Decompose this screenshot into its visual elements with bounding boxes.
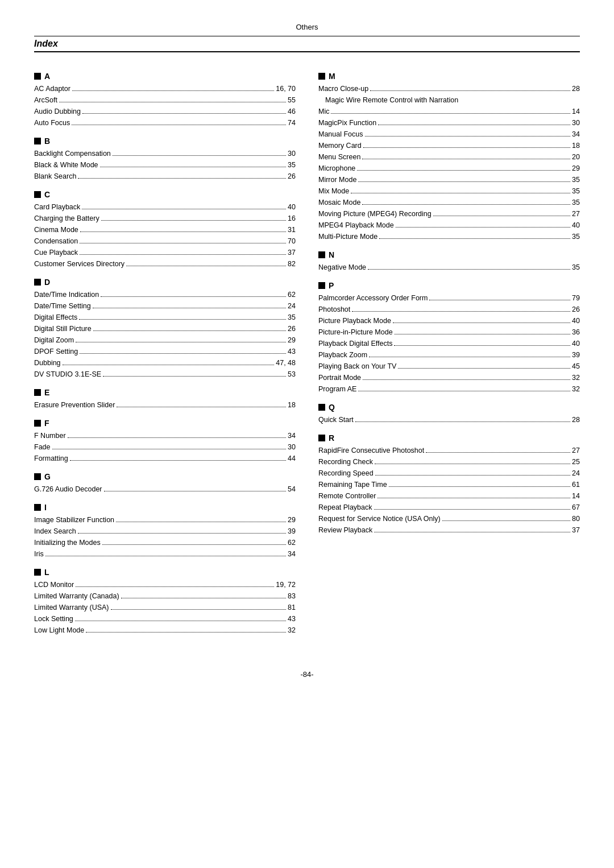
index-entry: Quick Start28 (318, 414, 580, 425)
index-entry: Charging the Battery16 (34, 213, 296, 224)
entry-page: 43 (288, 613, 296, 625)
entry-dots (79, 319, 286, 320)
entry-dots (68, 437, 287, 438)
entry-page: 79 (572, 292, 580, 304)
entry-name: MagicPix Function (318, 117, 376, 129)
entry-dots (369, 357, 570, 357)
entry-name: F Number (34, 430, 66, 441)
section-square-R (318, 435, 325, 441)
entry-name: Menu Screen (318, 151, 360, 163)
index-entry: Erasure Prevention Slider18 (34, 399, 296, 411)
entry-dots (93, 330, 286, 331)
section-square-L (34, 569, 41, 576)
entry-dots (72, 125, 286, 125)
index-entry: Low Light Mode32 (34, 625, 296, 636)
entry-page: 35 (572, 231, 580, 242)
entry-dots (362, 159, 570, 159)
entry-name: Backlight Compensation (34, 148, 111, 159)
entry-name: Magic Wire Remote Control with Narration (325, 94, 458, 106)
entry-page: 25 (572, 456, 580, 468)
entry-dots (59, 102, 286, 102)
entry-page: 18 (572, 140, 580, 151)
entry-dots (101, 296, 286, 297)
entry-name: Repeat Playback (318, 502, 372, 513)
section-letter-I: I (44, 503, 47, 512)
entry-page: 26 (288, 171, 296, 182)
entry-dots (116, 522, 286, 522)
entry-page: 31 (288, 224, 296, 235)
index-entry: Cue Playback37 (34, 247, 296, 258)
section-header-M: M (318, 72, 580, 81)
index-entry: Remote Controller14 (318, 490, 580, 502)
entry-name: Review Playback (318, 524, 372, 536)
entry-page: 28 (572, 414, 580, 425)
index-entry: Manual Focus34 (318, 129, 580, 140)
entry-dots (331, 113, 570, 114)
entry-dots (374, 509, 571, 510)
index-entry: Request for Service Notice (USA Only)80 (318, 513, 580, 524)
index-entry: Dubbing47, 48 (34, 357, 296, 369)
entry-page: 82 (288, 258, 296, 270)
entry-page: 29 (288, 514, 296, 526)
index-entry: Program AE32 (318, 383, 580, 395)
index-entry: Auto Focus74 (34, 117, 296, 129)
index-entry: RapidFire Consecutive Photoshot27 (318, 445, 580, 456)
entry-dots (100, 167, 287, 167)
section-square-G (34, 473, 41, 480)
entry-page: 35 (572, 185, 580, 197)
entry-name: Card Playback (34, 201, 80, 213)
entry-dots (52, 449, 287, 449)
entry-name: DPOF Setting (34, 346, 78, 357)
section-square-P (318, 282, 325, 289)
entry-dots (396, 227, 570, 228)
entry-page: 44 (288, 453, 296, 464)
index-entry: DPOF Setting43 (34, 346, 296, 357)
entry-page: 54 (288, 483, 296, 495)
entry-dots (80, 254, 286, 255)
entry-name: Request for Service Notice (USA Only) (318, 513, 441, 524)
index-entry: Digital Zoom29 (34, 334, 296, 346)
entry-page: 29 (572, 163, 580, 174)
entry-dots (370, 90, 570, 91)
index-entry: Limited Warranty (USA)81 (34, 602, 296, 613)
entry-dots (78, 178, 286, 179)
section-header-D: D (34, 278, 296, 287)
entry-page: 37 (572, 524, 580, 536)
entry-page: 24 (572, 468, 580, 479)
section-letter-M: M (329, 72, 335, 81)
entry-name: LCD Monitor (34, 579, 74, 590)
index-entry: Card Playback40 (34, 201, 296, 213)
section-square-F (34, 420, 41, 427)
section-square-M (318, 73, 325, 80)
entry-dots (72, 90, 274, 91)
entry-page: 32 (572, 383, 580, 395)
entry-page: 16 (288, 213, 296, 224)
entry-dots (80, 243, 286, 243)
section-letter-P: P (329, 281, 334, 290)
left-column: AAC Adaptor16, 70ArcSoft55Audio Dubbing4… (34, 64, 296, 636)
entry-page: 67 (572, 502, 580, 513)
entry-page: 29 (288, 334, 296, 346)
section-letter-R: R (329, 433, 334, 443)
entry-name: Negative Mode (318, 262, 366, 273)
index-entry: Mirror Mode35 (318, 174, 580, 185)
entry-page: 37 (288, 247, 296, 258)
entry-name: Cinema Mode (34, 224, 78, 235)
entry-name: Charging the Battery (34, 213, 99, 224)
entry-name: Playing Back on Your TV (318, 361, 396, 372)
entry-page: 40 (288, 201, 296, 213)
section-header-N: N (318, 250, 580, 259)
entry-name: Dubbing (34, 357, 61, 369)
entry-name: Picture Playback Mode (318, 315, 391, 326)
index-entry: Moving Picture (MPEG4) Recording27 (318, 208, 580, 220)
entry-name: Initializing the Modes (34, 537, 101, 548)
entry-page: 61 (572, 479, 580, 490)
entry-page: 24 (288, 300, 296, 312)
entry-dots (377, 498, 570, 498)
entry-dots (352, 311, 570, 312)
index-entry: Playback Zoom39 (318, 349, 580, 361)
section-square-B (34, 138, 41, 144)
entry-dots (80, 353, 286, 354)
entry-dots (429, 300, 570, 300)
entry-page: 27 (572, 445, 580, 456)
